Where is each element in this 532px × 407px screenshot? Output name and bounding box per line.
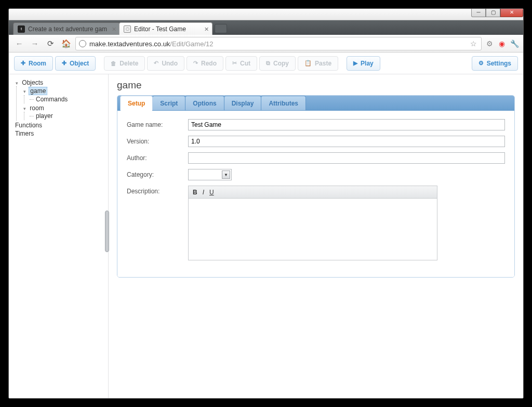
rte-toolbar: B I U [189, 186, 437, 199]
paste-button: 📋Paste [298, 56, 338, 71]
reload-button[interactable]: ⟳ [44, 37, 57, 50]
forward-button[interactable]: → [29, 37, 41, 50]
author-input[interactable] [188, 152, 505, 164]
browser-tab-0[interactable]: t Create a text adventure gam ✕ [13, 22, 120, 35]
category-select[interactable]: ▼ [188, 169, 232, 180]
gear-icon: ⚙ [478, 60, 484, 67]
trash-icon: 🗑 [111, 60, 116, 67]
description-textarea[interactable] [189, 199, 437, 260]
play-button[interactable]: ▶Play [347, 56, 380, 71]
new-tab-button[interactable] [215, 24, 227, 33]
label-category: Category: [127, 169, 188, 178]
collapse-icon[interactable]: ▾ [22, 106, 27, 111]
editor-tabs: Setup Script Options Display Attributes [117, 96, 514, 111]
globe-icon [79, 40, 86, 47]
undo-button: ↶Undo [147, 56, 184, 71]
home-button[interactable]: 🏠 [60, 37, 72, 50]
play-icon: ▶ [353, 60, 357, 67]
window-titlebar: ─ ▢ ✕ [9, 9, 523, 20]
editor-panel: Setup Script Options Display Attributes … [117, 95, 515, 278]
window-minimize-button[interactable]: ─ [471, 8, 486, 17]
favicon-icon: t [18, 25, 25, 33]
plus-icon: ✚ [21, 60, 25, 67]
wrench-icon[interactable]: 🔧 [510, 39, 519, 48]
settings-button[interactable]: ⚙Settings [472, 56, 518, 71]
window-close-button[interactable]: ✕ [500, 8, 523, 17]
label-author: Author: [127, 152, 188, 162]
tab-script[interactable]: Script [152, 96, 185, 110]
tree-node-functions[interactable]: Functions [14, 121, 105, 129]
tab-attributes[interactable]: Attributes [261, 96, 306, 110]
back-button[interactable]: ← [13, 37, 25, 50]
bookmark-icon[interactable]: ☆ [469, 39, 478, 48]
tab-setup[interactable]: Setup [120, 96, 153, 110]
tab-close-icon[interactable]: ✕ [112, 25, 116, 32]
address-bar[interactable]: make.textadventures.co.uk/Edit/Game/12 ☆ [75, 37, 482, 50]
cut-icon: ✂ [232, 60, 237, 67]
label-description: Description: [127, 186, 188, 195]
browser-tab-1[interactable]: ◌ Editor - Test Game ✕ [119, 22, 212, 35]
browser-tab-label: Editor - Test Game [134, 25, 186, 33]
tree-node-objects[interactable]: ▾ Objects ▾ game Commands ▾ [14, 78, 105, 121]
url-host: make.textadventures.co.uk [89, 40, 170, 48]
cut-button: ✂Cut [225, 56, 257, 71]
chevron-down-icon: ▼ [222, 170, 230, 179]
label-version: Version: [127, 136, 188, 145]
bold-button[interactable]: B [193, 189, 197, 196]
browser-tabstrip: t Create a text adventure gam ✕ ◌ Editor… [9, 20, 523, 35]
label-game-name: Game name: [127, 119, 188, 128]
plus-icon: ✚ [62, 60, 66, 67]
window-maximize-button[interactable]: ▢ [486, 8, 500, 17]
page-title: game [117, 80, 515, 91]
add-object-button[interactable]: ✚Object [55, 56, 96, 71]
extension-red-icon[interactable]: ◉ [497, 39, 507, 48]
redo-button: ↷Redo [187, 56, 223, 71]
page-content: ✚Room ✚Object 🗑Delete ↶Undo ↷Redo ✂Cut ⧉… [9, 52, 523, 398]
tree-node-timers[interactable]: Timers [14, 129, 105, 138]
editor-pane: game Setup Script Options Display Attrib… [109, 74, 523, 398]
editor-toolbar: ✚Room ✚Object 🗑Delete ↶Undo ↷Redo ✂Cut ⧉… [9, 52, 523, 74]
game-name-input[interactable] [188, 119, 505, 130]
redo-icon: ↷ [193, 60, 198, 67]
tree-node-game[interactable]: ▾ game Commands [22, 86, 105, 104]
tree-node-commands[interactable]: Commands [30, 95, 105, 103]
underline-button[interactable]: U [209, 189, 214, 196]
tree-node-room[interactable]: ▾ room player [22, 104, 105, 121]
collapse-icon[interactable]: ▾ [14, 81, 19, 86]
paste-icon: 📋 [304, 60, 312, 67]
italic-button[interactable]: I [203, 189, 204, 196]
version-input[interactable] [188, 136, 505, 147]
undo-icon: ↶ [154, 60, 158, 67]
copy-button: ⧉Copy [259, 56, 296, 71]
tab-close-icon[interactable]: ✕ [204, 25, 209, 32]
split-handle[interactable] [105, 211, 109, 252]
tab-display[interactable]: Display [224, 96, 262, 110]
extension-icon[interactable]: ⚙ [485, 39, 494, 48]
object-tree: ▾ Objects ▾ game Commands ▾ [9, 74, 109, 398]
tab-options[interactable]: Options [185, 96, 224, 110]
collapse-icon[interactable]: ▾ [22, 89, 27, 94]
browser-tab-label: Create a text adventure gam [28, 25, 107, 33]
copy-icon: ⧉ [266, 60, 270, 67]
browser-navrow: ← → ⟳ 🏠 make.textadventures.co.uk/Edit/G… [9, 35, 523, 52]
add-room-button[interactable]: ✚Room [14, 56, 53, 71]
description-editor: B I U [188, 186, 437, 260]
favicon-icon: ◌ [124, 25, 131, 33]
url-path: /Edit/Game/12 [170, 40, 213, 48]
browser-window: ─ ▢ ✕ t Create a text adventure gam ✕ ◌ … [8, 8, 524, 399]
delete-button: 🗑Delete [104, 56, 145, 71]
tree-node-player[interactable]: player [30, 112, 105, 120]
